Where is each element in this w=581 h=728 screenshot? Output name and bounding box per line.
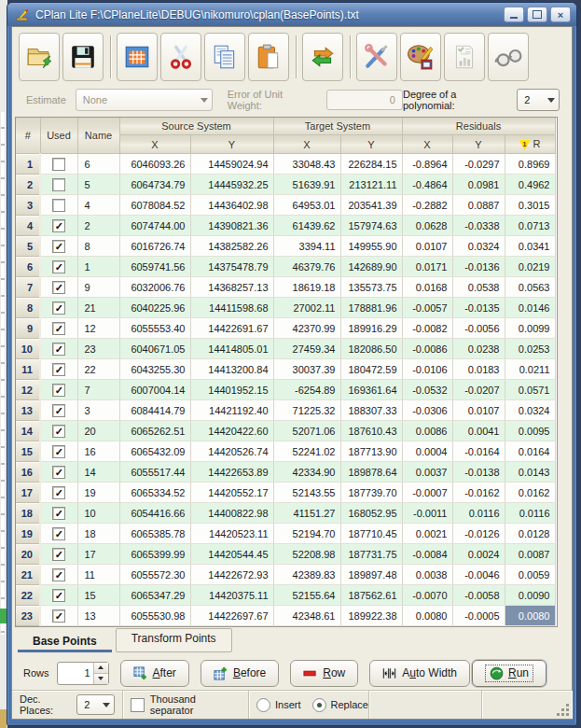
dec-places-combo[interactable]: 2 bbox=[76, 694, 115, 715]
used-cell[interactable]: ✓ bbox=[40, 216, 77, 236]
report-button[interactable] bbox=[444, 33, 485, 81]
target-y-cell[interactable]: 182086.50 bbox=[340, 339, 402, 359]
used-cell[interactable]: ✓ bbox=[40, 565, 77, 585]
name-cell[interactable]: 8 bbox=[77, 236, 119, 257]
residual-r-cell[interactable]: 0.0211 bbox=[505, 359, 555, 380]
tab-base-points[interactable]: Base Points bbox=[18, 632, 112, 652]
target-x-cell[interactable]: 51639.91 bbox=[273, 175, 340, 195]
source-x-cell[interactable]: 6065334.52 bbox=[119, 483, 190, 503]
residual-r-cell[interactable]: 0.0324 bbox=[505, 400, 555, 421]
target-x-cell[interactable]: 52208.98 bbox=[273, 544, 340, 565]
residual-x-cell[interactable]: 0.0086 bbox=[402, 421, 452, 441]
source-x-cell[interactable]: 6065262.51 bbox=[119, 421, 190, 441]
delete-row-button[interactable]: Row bbox=[290, 660, 358, 687]
refresh-button[interactable] bbox=[302, 33, 343, 81]
target-y-cell[interactable]: 187710.45 bbox=[340, 524, 402, 544]
target-x-cell[interactable]: 42389.83 bbox=[273, 565, 340, 585]
target-y-cell[interactable]: 213121.11 bbox=[340, 175, 402, 195]
used-cell[interactable]: ✓ bbox=[40, 339, 77, 359]
after-button[interactable]: After bbox=[120, 660, 189, 687]
source-y-cell[interactable]: 14421192.40 bbox=[190, 400, 273, 421]
source-x-cell[interactable]: 6055553.40 bbox=[119, 318, 190, 339]
save-button[interactable] bbox=[62, 33, 104, 81]
target-x-cell[interactable]: 41151.27 bbox=[273, 503, 340, 524]
target-y-cell[interactable]: 157974.63 bbox=[340, 216, 402, 236]
target-x-cell[interactable]: 64953.01 bbox=[273, 195, 340, 216]
used-checkbox[interactable]: ✓ bbox=[52, 260, 65, 273]
used-checkbox[interactable]: ✓ bbox=[52, 404, 65, 417]
used-checkbox[interactable]: ✓ bbox=[52, 322, 65, 335]
residual-r-cell[interactable]: 0.0219 bbox=[505, 257, 555, 277]
name-cell[interactable]: 4 bbox=[77, 195, 119, 216]
source-x-cell[interactable]: 6040671.05 bbox=[119, 339, 190, 359]
source-y-cell[interactable]: 14414805.01 bbox=[190, 339, 273, 359]
used-checkbox[interactable]: ✓ bbox=[52, 281, 65, 294]
source-y-cell[interactable]: 14411598.68 bbox=[190, 298, 273, 318]
residual-x-cell[interactable]: -0.4864 bbox=[402, 175, 452, 195]
source-y-cell[interactable]: 14390821.36 bbox=[190, 216, 273, 236]
name-cell[interactable]: 19 bbox=[77, 483, 119, 503]
residual-y-cell[interactable]: -0.0162 bbox=[452, 483, 505, 503]
used-checkbox[interactable]: ✓ bbox=[52, 240, 65, 253]
source-y-cell[interactable]: 14375478.79 bbox=[190, 257, 273, 277]
residual-y-cell[interactable]: -0.0338 bbox=[452, 216, 505, 236]
used-cell[interactable]: ✓ bbox=[40, 524, 77, 544]
source-x-cell[interactable]: 6032006.76 bbox=[119, 277, 190, 298]
source-y-cell[interactable]: 14368257.13 bbox=[190, 277, 273, 298]
name-cell[interactable]: 7 bbox=[77, 380, 119, 400]
used-cell[interactable]: ✓ bbox=[40, 503, 77, 524]
open-file-button[interactable] bbox=[19, 33, 60, 81]
row-number-cell[interactable]: 19 bbox=[16, 524, 40, 544]
residual-r-cell[interactable]: 0.0128 bbox=[505, 524, 555, 544]
target-y-cell[interactable]: 142689.90 bbox=[340, 257, 402, 277]
used-cell[interactable]: ✓ bbox=[40, 318, 77, 339]
name-cell[interactable]: 15 bbox=[77, 585, 119, 606]
row-number-cell[interactable]: 21 bbox=[16, 565, 40, 585]
col-header-target-x[interactable]: X bbox=[273, 135, 340, 154]
used-checkbox[interactable]: ✓ bbox=[52, 363, 65, 376]
used-cell[interactable]: ✓ bbox=[40, 257, 77, 277]
col-header-source-y[interactable]: Y bbox=[190, 135, 273, 154]
residual-x-cell[interactable]: 0.0628 bbox=[402, 216, 452, 236]
target-y-cell[interactable]: 180472.59 bbox=[340, 359, 402, 380]
row-number-cell[interactable]: 1 bbox=[16, 154, 40, 175]
used-cell[interactable]: ✓ bbox=[40, 585, 77, 606]
row-number-cell[interactable]: 9 bbox=[16, 318, 40, 339]
residual-r-cell[interactable]: 0.0571 bbox=[505, 380, 555, 400]
target-x-cell[interactable]: 52143.55 bbox=[273, 483, 340, 503]
used-checkbox[interactable]: ✓ bbox=[52, 445, 65, 458]
source-y-cell[interactable]: 14422672.93 bbox=[190, 565, 273, 585]
residual-y-cell[interactable]: -0.0207 bbox=[452, 380, 505, 400]
residual-r-cell[interactable]: 0.0090 bbox=[505, 585, 555, 606]
target-x-cell[interactable]: 42370.99 bbox=[273, 318, 340, 339]
estimate-combo[interactable]: None bbox=[76, 89, 213, 111]
residual-y-cell[interactable]: 0.0238 bbox=[452, 339, 505, 359]
name-cell[interactable]: 11 bbox=[77, 565, 119, 585]
minimize-button[interactable] bbox=[504, 7, 524, 22]
residual-x-cell[interactable]: -0.0084 bbox=[402, 544, 452, 565]
source-y-cell[interactable]: 14401952.15 bbox=[190, 380, 273, 400]
target-y-cell[interactable]: 187562.61 bbox=[340, 585, 402, 606]
source-y-cell[interactable]: 14420552.17 bbox=[190, 483, 273, 503]
target-x-cell[interactable]: 46379.76 bbox=[273, 257, 340, 277]
row-number-cell[interactable]: 8 bbox=[16, 298, 40, 318]
target-y-cell[interactable]: 149955.90 bbox=[340, 236, 402, 257]
used-checkbox[interactable]: ✓ bbox=[52, 301, 65, 315]
target-x-cell[interactable]: 61439.62 bbox=[273, 216, 340, 236]
source-x-cell[interactable]: 6065385.78 bbox=[119, 524, 190, 544]
residual-x-cell[interactable]: 0.0004 bbox=[402, 441, 452, 462]
group-header-target-system[interactable]: Target System bbox=[273, 118, 402, 135]
source-x-cell[interactable]: 6007004.14 bbox=[119, 380, 190, 400]
source-x-cell[interactable]: 6055517.44 bbox=[119, 462, 190, 483]
row-number-cell[interactable]: 16 bbox=[16, 462, 40, 483]
target-y-cell[interactable]: 187610.43 bbox=[340, 421, 402, 441]
glasses-button[interactable] bbox=[488, 33, 529, 81]
target-x-cell[interactable]: 3394.11 bbox=[273, 236, 340, 257]
source-y-cell[interactable]: 14422691.67 bbox=[190, 318, 273, 339]
name-cell[interactable]: 23 bbox=[77, 339, 119, 359]
target-x-cell[interactable]: -6254.89 bbox=[273, 380, 340, 400]
source-y-cell[interactable]: 14420526.74 bbox=[190, 441, 273, 462]
used-checkbox[interactable]: ✓ bbox=[52, 568, 65, 581]
col-header-name[interactable]: Name bbox=[77, 118, 119, 154]
replace-radio[interactable]: Replace bbox=[312, 698, 368, 712]
